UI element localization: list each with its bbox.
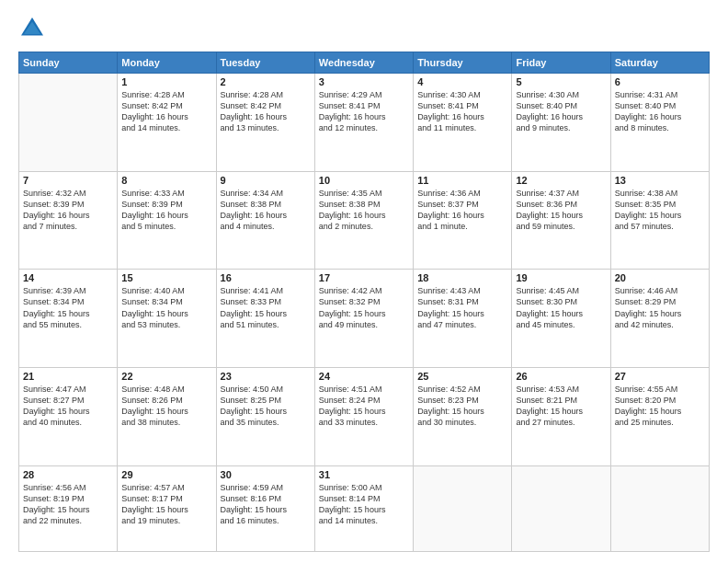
day-number: 14 xyxy=(23,272,113,283)
calendar-cell: 29Sunrise: 4:57 AMSunset: 8:17 PMDayligh… xyxy=(118,465,216,551)
day-info: Sunrise: 4:34 AMSunset: 8:38 PMDaylight:… xyxy=(221,188,311,233)
day-number: 25 xyxy=(417,371,507,382)
day-info: Sunrise: 4:52 AMSunset: 8:23 PMDaylight:… xyxy=(417,384,507,429)
day-info: Sunrise: 4:38 AMSunset: 8:35 PMDaylight:… xyxy=(615,188,705,233)
calendar-cell: 10Sunrise: 4:35 AMSunset: 8:38 PMDayligh… xyxy=(314,171,413,270)
day-info: Sunrise: 4:55 AMSunset: 8:20 PMDaylight:… xyxy=(615,384,705,429)
calendar-cell: 17Sunrise: 4:42 AMSunset: 8:32 PMDayligh… xyxy=(314,270,413,368)
day-number: 30 xyxy=(221,469,311,480)
weekday-header-monday: Monday xyxy=(118,52,216,74)
day-info: Sunrise: 4:37 AMSunset: 8:36 PMDaylight:… xyxy=(516,188,606,233)
calendar-cell: 19Sunrise: 4:45 AMSunset: 8:30 PMDayligh… xyxy=(512,270,610,368)
day-info: Sunrise: 4:29 AMSunset: 8:41 PMDaylight:… xyxy=(319,89,409,134)
day-number: 18 xyxy=(417,272,507,283)
day-number: 11 xyxy=(417,175,507,186)
day-number: 27 xyxy=(615,371,705,382)
calendar-cell: 6Sunrise: 4:31 AMSunset: 8:40 PMDaylight… xyxy=(610,74,709,172)
day-info: Sunrise: 4:45 AMSunset: 8:30 PMDaylight:… xyxy=(516,285,606,330)
calendar-cell: 2Sunrise: 4:28 AMSunset: 8:42 PMDaylight… xyxy=(216,74,314,172)
calendar-cell: 15Sunrise: 4:40 AMSunset: 8:34 PMDayligh… xyxy=(118,270,216,368)
calendar-cell: 11Sunrise: 4:36 AMSunset: 8:37 PMDayligh… xyxy=(414,171,512,270)
day-info: Sunrise: 4:33 AMSunset: 8:39 PMDaylight:… xyxy=(121,188,211,233)
calendar-cell: 4Sunrise: 4:30 AMSunset: 8:41 PMDaylight… xyxy=(414,74,512,172)
day-number: 20 xyxy=(615,272,705,283)
calendar-cell: 20Sunrise: 4:46 AMSunset: 8:29 PMDayligh… xyxy=(610,270,709,368)
day-info: Sunrise: 4:39 AMSunset: 8:34 PMDaylight:… xyxy=(23,285,113,330)
day-info: Sunrise: 4:48 AMSunset: 8:26 PMDaylight:… xyxy=(121,384,211,429)
day-number: 22 xyxy=(121,371,211,382)
header xyxy=(18,15,710,42)
weekday-header-saturday: Saturday xyxy=(610,52,709,74)
day-number: 1 xyxy=(121,76,211,87)
calendar-cell: 12Sunrise: 4:37 AMSunset: 8:36 PMDayligh… xyxy=(512,171,610,270)
weekday-header-tuesday: Tuesday xyxy=(216,52,314,74)
day-number: 9 xyxy=(221,175,311,186)
day-info: Sunrise: 4:43 AMSunset: 8:31 PMDaylight:… xyxy=(417,285,507,330)
day-info: Sunrise: 5:00 AMSunset: 8:14 PMDaylight:… xyxy=(319,482,409,527)
day-number: 4 xyxy=(417,76,507,87)
day-info: Sunrise: 4:28 AMSunset: 8:42 PMDaylight:… xyxy=(221,89,311,134)
day-number: 8 xyxy=(121,175,211,186)
calendar-cell: 28Sunrise: 4:56 AMSunset: 8:19 PMDayligh… xyxy=(19,465,118,551)
week-row-4: 21Sunrise: 4:47 AMSunset: 8:27 PMDayligh… xyxy=(19,367,710,465)
calendar-cell: 18Sunrise: 4:43 AMSunset: 8:31 PMDayligh… xyxy=(414,270,512,368)
day-number: 17 xyxy=(319,272,409,283)
calendar-cell xyxy=(19,74,118,172)
calendar-cell: 16Sunrise: 4:41 AMSunset: 8:33 PMDayligh… xyxy=(216,270,314,368)
day-info: Sunrise: 4:50 AMSunset: 8:25 PMDaylight:… xyxy=(221,384,311,429)
calendar-cell: 8Sunrise: 4:33 AMSunset: 8:39 PMDaylight… xyxy=(118,171,216,270)
day-number: 6 xyxy=(615,76,705,87)
logo-icon xyxy=(18,15,46,42)
day-number: 3 xyxy=(319,76,409,87)
calendar-cell: 22Sunrise: 4:48 AMSunset: 8:26 PMDayligh… xyxy=(118,367,216,465)
weekday-header-row: SundayMondayTuesdayWednesdayThursdayFrid… xyxy=(19,52,710,74)
week-row-2: 7Sunrise: 4:32 AMSunset: 8:39 PMDaylight… xyxy=(19,171,710,270)
day-number: 23 xyxy=(221,371,311,382)
day-info: Sunrise: 4:41 AMSunset: 8:33 PMDaylight:… xyxy=(221,285,311,330)
day-number: 5 xyxy=(516,76,606,87)
day-number: 26 xyxy=(516,371,606,382)
weekday-header-friday: Friday xyxy=(512,52,610,74)
day-info: Sunrise: 4:35 AMSunset: 8:38 PMDaylight:… xyxy=(319,188,409,233)
calendar-cell: 9Sunrise: 4:34 AMSunset: 8:38 PMDaylight… xyxy=(216,171,314,270)
weekday-header-wednesday: Wednesday xyxy=(314,52,413,74)
week-row-3: 14Sunrise: 4:39 AMSunset: 8:34 PMDayligh… xyxy=(19,270,710,368)
calendar-cell: 24Sunrise: 4:51 AMSunset: 8:24 PMDayligh… xyxy=(314,367,413,465)
day-info: Sunrise: 4:30 AMSunset: 8:40 PMDaylight:… xyxy=(516,89,606,134)
calendar-cell: 13Sunrise: 4:38 AMSunset: 8:35 PMDayligh… xyxy=(610,171,709,270)
calendar-cell xyxy=(512,465,610,551)
calendar-cell: 30Sunrise: 4:59 AMSunset: 8:16 PMDayligh… xyxy=(216,465,314,551)
calendar-cell: 27Sunrise: 4:55 AMSunset: 8:20 PMDayligh… xyxy=(610,367,709,465)
calendar-cell: 7Sunrise: 4:32 AMSunset: 8:39 PMDaylight… xyxy=(19,171,118,270)
day-info: Sunrise: 4:56 AMSunset: 8:19 PMDaylight:… xyxy=(23,482,113,527)
day-number: 7 xyxy=(23,175,113,186)
week-row-5: 28Sunrise: 4:56 AMSunset: 8:19 PMDayligh… xyxy=(19,465,710,551)
logo xyxy=(18,15,50,42)
day-info: Sunrise: 4:53 AMSunset: 8:21 PMDaylight:… xyxy=(516,384,606,429)
day-info: Sunrise: 4:31 AMSunset: 8:40 PMDaylight:… xyxy=(615,89,705,134)
day-number: 10 xyxy=(319,175,409,186)
day-info: Sunrise: 4:42 AMSunset: 8:32 PMDaylight:… xyxy=(319,285,409,330)
day-info: Sunrise: 4:51 AMSunset: 8:24 PMDaylight:… xyxy=(319,384,409,429)
day-info: Sunrise: 4:36 AMSunset: 8:37 PMDaylight:… xyxy=(417,188,507,233)
day-number: 31 xyxy=(319,469,409,480)
calendar-cell: 1Sunrise: 4:28 AMSunset: 8:42 PMDaylight… xyxy=(118,74,216,172)
day-info: Sunrise: 4:57 AMSunset: 8:17 PMDaylight:… xyxy=(121,482,211,527)
day-info: Sunrise: 4:47 AMSunset: 8:27 PMDaylight:… xyxy=(23,384,113,429)
weekday-header-thursday: Thursday xyxy=(414,52,512,74)
day-info: Sunrise: 4:46 AMSunset: 8:29 PMDaylight:… xyxy=(615,285,705,330)
day-info: Sunrise: 4:40 AMSunset: 8:34 PMDaylight:… xyxy=(121,285,211,330)
calendar-cell: 23Sunrise: 4:50 AMSunset: 8:25 PMDayligh… xyxy=(216,367,314,465)
calendar-cell: 26Sunrise: 4:53 AMSunset: 8:21 PMDayligh… xyxy=(512,367,610,465)
day-info: Sunrise: 4:30 AMSunset: 8:41 PMDaylight:… xyxy=(417,89,507,134)
day-number: 2 xyxy=(221,76,311,87)
day-number: 29 xyxy=(121,469,211,480)
day-number: 12 xyxy=(516,175,606,186)
calendar-cell xyxy=(610,465,709,551)
day-number: 24 xyxy=(319,371,409,382)
calendar-cell: 5Sunrise: 4:30 AMSunset: 8:40 PMDaylight… xyxy=(512,74,610,172)
week-row-1: 1Sunrise: 4:28 AMSunset: 8:42 PMDaylight… xyxy=(19,74,710,172)
day-info: Sunrise: 4:32 AMSunset: 8:39 PMDaylight:… xyxy=(23,188,113,233)
weekday-header-sunday: Sunday xyxy=(19,52,118,74)
day-number: 13 xyxy=(615,175,705,186)
